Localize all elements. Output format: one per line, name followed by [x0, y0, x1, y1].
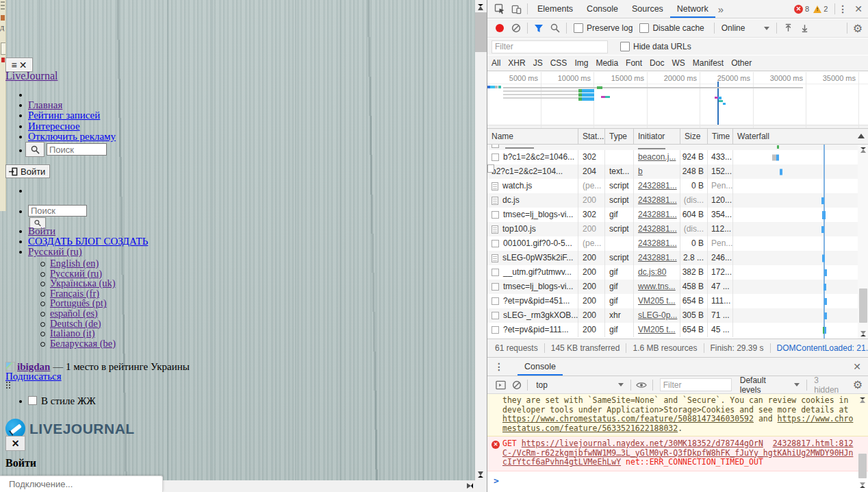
network-request-row[interactable]: sLEG-_rm3gkXOB...200xhrsLEG-0p...305 B71… — [487, 308, 858, 323]
column-header-size[interactable]: Size — [680, 129, 708, 144]
execution-context-select[interactable]: top — [536, 380, 623, 390]
initiator-link[interactable]: beacon.j... — [638, 152, 676, 162]
resource-filter[interactable]: All — [492, 58, 500, 68]
subscribe-link[interactable]: Подписаться — [5, 371, 62, 382]
resource-filter[interactable]: Manifest — [693, 58, 724, 68]
console-prompt-chevron[interactable]: > — [487, 471, 868, 486]
resource-filter[interactable]: WS — [672, 58, 685, 68]
column-header-waterfall[interactable]: Waterfall — [733, 129, 868, 144]
network-table-scrollbar[interactable] — [858, 145, 868, 339]
initiator-link[interactable]: sLEG-0p... — [638, 310, 677, 320]
initiator-link[interactable]: 2432881... — [638, 253, 677, 262]
network-request-row-partial[interactable] — [487, 145, 858, 150]
tab-sources[interactable]: Sources — [625, 0, 670, 18]
initiator-link[interactable]: VM205 t... — [638, 296, 676, 306]
filter-icon[interactable] — [531, 20, 547, 36]
scroll-up-icon[interactable] — [860, 397, 865, 403]
close-banner-button[interactable]: ✕ — [5, 436, 25, 451]
network-request-row[interactable]: ?et=pv&pid=111...200gifVM205 t...654 B45… — [487, 323, 858, 337]
device-toolbar-icon[interactable] — [508, 1, 524, 17]
account-link[interactable]: Русский (ru) — [28, 246, 82, 257]
nav-link[interactable]: Интересное — [28, 121, 80, 132]
console-settings-gear-icon[interactable]: ⚙ — [853, 378, 863, 391]
resource-filter[interactable]: JS — [533, 58, 543, 68]
language-link[interactable]: Українська (uk) — [50, 278, 116, 288]
initiator-link[interactable]: VM205 t... — [638, 325, 676, 334]
search-button[interactable] — [25, 142, 44, 157]
column-header-initiator[interactable]: Initiator — [634, 129, 680, 144]
resource-filter[interactable]: Media — [596, 58, 618, 68]
language-link[interactable]: Беларуская (be) — [50, 338, 116, 349]
account-link[interactable]: СОЗДАТЬ БЛОГ СОЗДАТЬ — [28, 236, 148, 247]
account-link[interactable]: Войти — [28, 225, 55, 236]
import-har-icon[interactable] — [780, 20, 796, 36]
tab-elements[interactable]: Elements — [531, 0, 580, 18]
initiator-link[interactable]: 2432881... — [638, 224, 677, 234]
chevron-down-icon[interactable] — [764, 27, 769, 30]
initiator-link[interactable]: b — [638, 167, 643, 176]
scroll-up-icon[interactable] — [478, 4, 483, 10]
scroll-down-icon[interactable] — [478, 471, 483, 478]
scrollbar-thumb[interactable] — [858, 454, 867, 478]
login-button[interactable]: Войти — [5, 164, 50, 178]
resource-filter[interactable]: Doc — [650, 58, 664, 68]
eye-icon[interactable] — [634, 377, 650, 393]
log-levels-select[interactable]: Default levels — [740, 376, 788, 395]
hide-data-urls-checkbox[interactable] — [620, 42, 630, 51]
network-request-row[interactable]: tmsec=lj_blogs-vi...302gif2432881...604 … — [487, 208, 858, 222]
language-link[interactable]: Русский (ru) — [50, 268, 102, 279]
language-link[interactable]: Português (pt) — [50, 297, 107, 308]
page-vertical-scrollbar[interactable] — [475, 0, 487, 480]
style-checkbox[interactable] — [28, 396, 37, 405]
network-overview-timeline[interactable]: 5000 ms10000 ms15000 ms20000 ms25000 ms3… — [487, 72, 868, 129]
network-request-row[interactable]: b?c1=2&c2=1046...302beacon.j...924 B433.… — [487, 150, 858, 164]
network-settings-gear-icon[interactable]: ⚙ — [853, 22, 863, 35]
drawer-menu-icon[interactable]: ⋮ — [494, 361, 504, 372]
console-link[interactable]: cIrYtcf6aPvhn4gtLVMeEhLwY — [502, 457, 621, 467]
initiator-link[interactable]: 2432881... — [638, 238, 677, 248]
network-request-row[interactable]: top100.js200script2432881...(dis...112..… — [487, 222, 858, 236]
network-filter-input[interactable] — [492, 40, 608, 53]
warning-badge-icon[interactable] — [813, 5, 821, 13]
scroll-down-icon[interactable] — [860, 331, 866, 336]
network-request-row[interactable]: dc.js200script2432881...(dis...120... — [487, 193, 858, 208]
resource-filter[interactable]: Font — [626, 58, 642, 68]
initiator-link[interactable]: 2432881... — [638, 181, 677, 190]
tab-console-drawer[interactable]: Console — [518, 358, 563, 376]
network-request-row[interactable]: ?et=pv&pid=451...200gifVM205 t...654 B11… — [487, 294, 858, 308]
column-header-time[interactable]: Time — [708, 129, 733, 144]
console-scrollbar[interactable] — [858, 396, 867, 489]
devtools-menu-icon[interactable]: ⋮ — [838, 3, 847, 14]
scroll-up-icon[interactable] — [860, 147, 866, 153]
search-icon[interactable] — [547, 20, 563, 36]
language-link[interactable]: Italiano (it) — [50, 328, 95, 339]
resource-filter[interactable]: Other — [731, 58, 752, 68]
scroll-down-icon[interactable] — [860, 482, 865, 488]
error-badge-icon[interactable]: ✕ — [794, 5, 803, 14]
record-network-log-icon[interactable] — [492, 20, 508, 36]
column-header-status[interactable]: Stat... — [578, 129, 605, 144]
language-link[interactable]: English (en) — [50, 258, 99, 269]
resource-filter[interactable]: Img — [574, 58, 588, 68]
initiator-link[interactable]: 2432881... — [638, 210, 677, 219]
initiator-link[interactable]: 2432881... — [638, 195, 677, 205]
console-link[interactable]: 24328817.html:812 — [773, 439, 854, 448]
clear-network-log-icon[interactable] — [508, 20, 524, 36]
network-request-row[interactable]: watch.js(pe...script2432881...0 BPen... — [487, 179, 858, 193]
livejournal-home-link[interactable]: LiveJournal — [5, 70, 58, 82]
initiator-link[interactable]: dc.js:80 — [638, 267, 666, 277]
inspect-element-icon[interactable] — [492, 1, 508, 17]
network-request-row[interactable]: b2?c1=2&c2=104...204text...b248 B152... — [487, 164, 858, 179]
export-har-icon[interactable] — [796, 20, 813, 36]
preserve-log-checkbox[interactable] — [574, 23, 583, 33]
throttling-select[interactable]: Online — [722, 23, 745, 33]
resource-filter[interactable]: CSS — [550, 58, 567, 68]
nav-link[interactable]: Рейтинг записей — [28, 110, 100, 121]
devtools-close-icon[interactable]: ✕ — [854, 3, 863, 14]
sort-arrow-icon[interactable] — [858, 134, 865, 138]
language-link[interactable]: Français (fr) — [50, 288, 99, 299]
initiator-link[interactable]: www.tns... — [638, 282, 676, 291]
tab-network[interactable]: Network — [670, 0, 715, 18]
network-request-row[interactable]: __utm.gif?utmwv...200gifdc.js:80382 B172… — [487, 265, 858, 280]
console-link[interactable]: https://www.chro — [778, 414, 854, 423]
